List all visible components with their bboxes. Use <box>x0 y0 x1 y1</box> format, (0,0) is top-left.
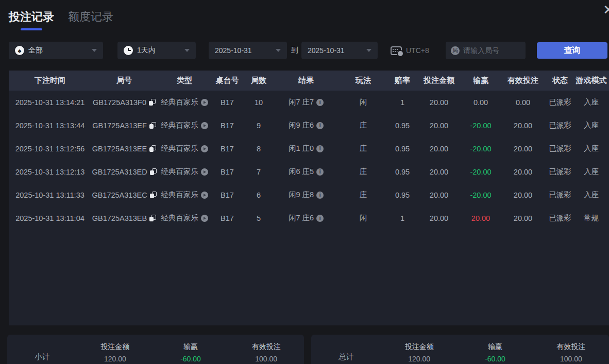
cell-valid-bet: 0.00 <box>499 98 547 107</box>
query-button[interactable]: 查询 <box>537 42 607 59</box>
cell-game-type: 经典百家乐 <box>157 167 212 177</box>
info-icon[interactable]: i <box>316 122 324 129</box>
cell-round-no: 10 <box>243 98 275 107</box>
cell-result: 闲9 庄8 i <box>275 190 337 200</box>
chevron-down-icon <box>184 49 190 52</box>
copy-icon[interactable] <box>149 122 156 129</box>
cell-win-loss: 0.00 <box>462 98 499 107</box>
cell-odds: 0.95 <box>389 168 416 176</box>
date-from-picker[interactable]: 2025-10-31 <box>209 42 287 59</box>
col-header-odds: 赔率 <box>389 76 416 85</box>
result-text: 闲9 庄6 <box>289 120 314 130</box>
video-replay-icon[interactable] <box>201 122 208 129</box>
cell-valid-bet: 20.00 <box>499 168 547 176</box>
result-text: 闲7 庄7 <box>289 97 314 107</box>
table-row: 2025-10-31 13:12:13 GB1725A313ED 经典百家乐 B… <box>9 160 609 183</box>
cell-odds: 0.95 <box>389 145 416 153</box>
info-icon[interactable]: i <box>316 215 324 222</box>
table-row: 2025-10-31 13:14:21 GB1725A313F0 经典百家乐 B… <box>9 91 609 114</box>
date-to-value: 2025-10-31 <box>308 46 345 55</box>
cell-win-loss: -20.00 <box>462 122 499 130</box>
cell-play: 闲 <box>337 97 389 107</box>
col-header-win-loss: 输赢 <box>462 76 499 85</box>
cell-game-type: 经典百家乐 <box>157 213 212 223</box>
video-replay-icon[interactable] <box>201 168 208 176</box>
chevron-down-icon <box>276 49 281 52</box>
cell-game-mode: 入座 <box>573 120 609 130</box>
clock-icon <box>124 46 133 55</box>
spade-icon: ♠ <box>15 46 24 55</box>
subtotal-win-loss-label: 输赢 <box>153 342 229 352</box>
col-header-play: 玩法 <box>337 76 389 85</box>
copy-icon[interactable] <box>149 215 156 221</box>
calendar-clock-icon <box>391 46 402 55</box>
tab-betting-records-label: 投注记录 <box>9 10 54 23</box>
info-icon[interactable]: i <box>316 168 324 176</box>
col-header-type: 类型 <box>157 76 212 85</box>
cell-status: 已派彩 <box>547 144 573 153</box>
game-type-text: 经典百家乐 <box>161 190 198 200</box>
copy-icon[interactable] <box>149 99 156 106</box>
timezone-label: UTC+8 <box>406 46 429 55</box>
result-text: 闲6 庄5 <box>289 167 314 177</box>
cell-win-loss: -20.00 <box>462 191 499 199</box>
records-table: 下注时间 局号 类型 桌台号 局数 结果 玩法 赔率 投注金额 输赢 有效投注 … <box>9 71 609 325</box>
cell-valid-bet: 20.00 <box>499 122 547 130</box>
total-valid-bet: 有效投注 100.00 <box>533 342 609 364</box>
cell-game-mode: 常规 <box>573 213 609 223</box>
cell-result: 闲7 庄7 i <box>275 97 337 107</box>
round-id-input[interactable] <box>463 46 520 55</box>
cell-status: 已派彩 <box>547 167 573 177</box>
game-type-select[interactable]: ♠ 全部 <box>9 42 103 59</box>
table-row: 2025-10-31 13:12:56 GB1725A313EE 经典百家乐 B… <box>9 137 609 160</box>
cell-valid-bet: 20.00 <box>499 191 547 199</box>
subtotal-label: 小计 <box>7 349 77 362</box>
total-win-loss-label: 输赢 <box>457 342 533 352</box>
copy-icon[interactable] <box>150 168 157 175</box>
cell-play: 闲 <box>337 213 389 223</box>
video-replay-icon[interactable] <box>201 99 208 106</box>
col-header-game-mode: 游戏模式 <box>573 76 609 85</box>
active-tab-underline <box>21 28 42 30</box>
info-icon[interactable]: i <box>316 99 324 106</box>
subtotal-win-loss: 输赢 -60.00 <box>153 342 229 364</box>
cell-round-id: GB1725A313EE <box>91 145 157 153</box>
cell-result: 闲6 庄5 i <box>275 167 337 177</box>
game-type-text: 经典百家乐 <box>161 213 198 223</box>
result-text: 闲9 庄8 <box>289 190 314 200</box>
col-header-round-no: 局数 <box>243 76 275 85</box>
video-replay-icon[interactable] <box>201 145 208 152</box>
info-icon[interactable]: i <box>316 192 324 199</box>
date-to-picker[interactable]: 2025-10-31 <box>301 42 378 59</box>
date-range-to-label: 到 <box>288 42 301 59</box>
game-type-text: 经典百家乐 <box>161 120 198 130</box>
cell-bet-time: 2025-10-31 13:12:13 <box>9 168 91 176</box>
tab-quota-records[interactable]: 额度记录 <box>68 9 113 25</box>
chevron-down-icon <box>366 49 371 52</box>
cell-status: 已派彩 <box>547 213 573 223</box>
total-panel: 总计 投注金额 120.00 输赢 -60.00 有效投注 100.00 <box>311 335 609 364</box>
copy-icon[interactable] <box>149 145 156 152</box>
cell-round-no: 6 <box>243 191 275 199</box>
tab-betting-records[interactable]: 投注记录 <box>9 9 54 30</box>
video-replay-icon[interactable] <box>201 215 208 222</box>
cell-game-type: 经典百家乐 <box>157 190 212 200</box>
subtotal-panel: 小计 投注金额 120.00 输赢 -60.00 有效投注 100.00 <box>7 335 304 364</box>
cell-play: 庄 <box>337 190 389 200</box>
copy-icon[interactable] <box>150 192 157 198</box>
info-icon[interactable]: i <box>316 145 324 152</box>
time-range-value: 1天内 <box>137 46 156 55</box>
game-type-text: 经典百家乐 <box>161 167 198 177</box>
time-range-select[interactable]: 1天内 <box>117 42 196 59</box>
cell-bet-time: 2025-10-31 13:11:33 <box>9 191 91 199</box>
cell-bet-amount: 20.00 <box>416 122 462 130</box>
video-replay-icon[interactable] <box>201 192 208 199</box>
total-win-loss: 输赢 -60.00 <box>457 342 533 364</box>
cell-game-mode: 入座 <box>573 144 609 153</box>
col-header-result: 结果 <box>275 76 337 85</box>
cell-win-loss: 20.00 <box>462 214 499 222</box>
timezone-indicator: UTC+8 <box>391 42 429 59</box>
col-header-valid-bet: 有效投注 <box>499 76 547 85</box>
round-id-search[interactable]: 局 <box>446 42 526 59</box>
close-icon[interactable]: ✕ <box>603 3 609 16</box>
